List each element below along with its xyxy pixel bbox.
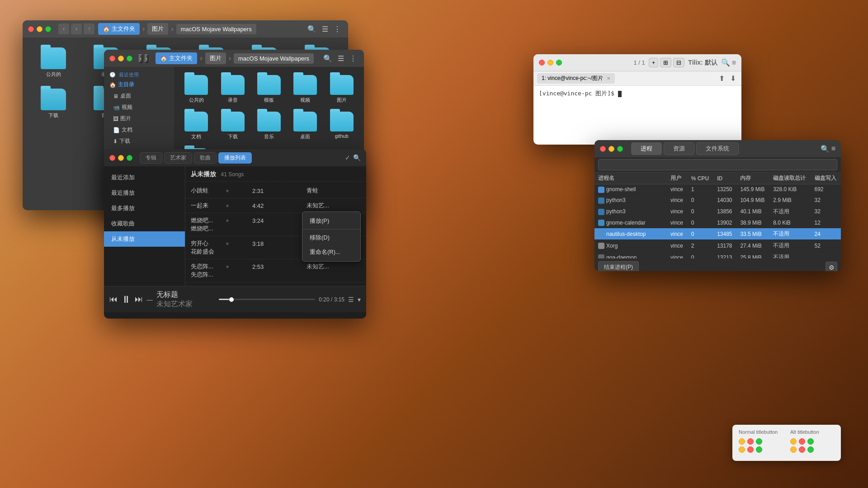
- progress-thumb[interactable]: [229, 297, 234, 302]
- up-button-bg[interactable]: ↑: [84, 23, 94, 34]
- track-row-6[interactable]: 爱的城堡 ★ 3:07 未知艺... 超级喜欢: [185, 282, 366, 286]
- maximize-button-music[interactable]: [127, 155, 132, 161]
- tb-alt-yellow-2[interactable]: [790, 446, 797, 453]
- tb-red-2[interactable]: [747, 446, 754, 453]
- col-diskr[interactable]: 磁盘读取总计: [769, 173, 811, 184]
- col-cpu[interactable]: % CPU: [688, 173, 713, 184]
- tab-playlist[interactable]: 播放列表: [218, 152, 252, 164]
- traffic-lights-fg[interactable]: [109, 56, 132, 61]
- close-button-bg[interactable]: [28, 26, 34, 32]
- prev-button[interactable]: ⏮: [109, 295, 118, 304]
- menu-icon-terminal[interactable]: ≡: [732, 59, 736, 67]
- tab-close-icon[interactable]: ✕: [607, 76, 610, 81]
- sidebar-recently-played[interactable]: 最近播放: [104, 185, 185, 201]
- tb-yellow-1[interactable]: [739, 438, 745, 445]
- progress-bar[interactable]: [219, 299, 315, 300]
- sidebar-item-home[interactable]: 🏠 主目录: [104, 79, 174, 90]
- ctx-rename[interactable]: 重命名(R)...: [302, 245, 360, 259]
- proc-row-python3-2[interactable]: python3 vince01385640.1 MiB不适用32: [594, 206, 841, 217]
- proc-row-gnomeshell[interactable]: gnome-shell vince113250145.9 MiB328.0 Ki…: [594, 184, 841, 195]
- tab-album[interactable]: 专辑: [140, 152, 162, 164]
- folder-dl-fg[interactable]: 下载: [216, 109, 249, 143]
- col-diskw[interactable]: 磁盘写入: [811, 173, 841, 184]
- proc-row-nautilus[interactable]: nautilus-desktop vince01348533.5 MiB不适用2…: [594, 228, 841, 240]
- traffic-lights-sysmon[interactable]: [600, 146, 623, 152]
- tab-filesystem[interactable]: 文件系统: [696, 142, 739, 155]
- tab-song[interactable]: 歌曲: [194, 152, 217, 164]
- col-id[interactable]: ID: [713, 173, 736, 184]
- breadcrumb-home-bg[interactable]: 🏠 主文件夹: [98, 23, 140, 35]
- breadcrumb-pics-fg[interactable]: 图片: [205, 52, 226, 64]
- play-pause-button[interactable]: ⏸: [121, 294, 131, 305]
- folder-public-bg[interactable]: 公共的: [30, 45, 77, 80]
- ctx-remove[interactable]: 移除(D): [302, 230, 360, 245]
- sidebar-recent-label[interactable]: 最近使用: [119, 72, 139, 77]
- split-h-button[interactable]: ⊞: [660, 58, 671, 67]
- col-user[interactable]: 用户: [667, 173, 688, 184]
- check-icon-music[interactable]: ✓: [345, 154, 350, 161]
- forward-button-bg[interactable]: ›: [71, 23, 82, 34]
- menu-icon-fg[interactable]: ⋮: [348, 52, 359, 65]
- split-v-button[interactable]: ⊟: [673, 58, 684, 67]
- menu-icon-sysmon[interactable]: ≡: [831, 145, 835, 153]
- back-button-bg[interactable]: ‹: [58, 23, 69, 34]
- breadcrumb-wallpapers-fg[interactable]: macOS Mojave Wallpapers: [234, 53, 314, 64]
- folder-github-fg[interactable]: github: [325, 109, 359, 143]
- proc-row-gnomecalendar[interactable]: gnome-calendar vince01390238.9 MiB8.0 Ki…: [594, 217, 841, 228]
- search-icon-music[interactable]: 🔍: [353, 154, 361, 161]
- list-view-button[interactable]: ☰: [348, 296, 354, 303]
- volume-button[interactable]: —: [146, 296, 153, 303]
- sidebar-favorites[interactable]: 收藏歌曲: [104, 216, 185, 231]
- traffic-lights-music[interactable]: [109, 155, 132, 161]
- tb-yellow-2[interactable]: [739, 446, 745, 453]
- folder-public-fg[interactable]: 公共的: [179, 72, 213, 106]
- sidebar-item-dl[interactable]: ⬇ 下载: [104, 136, 174, 147]
- proc-row-xorg[interactable]: Xorg vince21317827.4 MiB不适用52: [594, 240, 841, 252]
- maximize-button-fg[interactable]: [127, 56, 132, 61]
- more-button[interactable]: ▾: [358, 296, 361, 303]
- back-button-fg[interactable]: ‹: [139, 54, 142, 63]
- folder-desktop-fg[interactable]: 桌面: [288, 109, 322, 143]
- tb-green-2[interactable]: [756, 446, 762, 453]
- minimize-button-sysmon[interactable]: [609, 146, 614, 152]
- ctx-play[interactable]: 播放(P): [302, 214, 360, 228]
- tab-processes[interactable]: 进程: [631, 142, 662, 155]
- sysmon-search-input[interactable]: [598, 159, 837, 170]
- minimize-button-bg[interactable]: [37, 26, 42, 32]
- proc-row-goadaemon[interactable]: goa-daemon vince01321325.8 MiB不适用: [594, 252, 841, 258]
- next-button[interactable]: ⏭: [135, 295, 143, 304]
- breadcrumb-home-fg[interactable]: 🏠 主文件夹: [156, 52, 197, 64]
- minimize-button-fg[interactable]: [118, 56, 124, 61]
- new-tab-button[interactable]: +: [649, 58, 659, 67]
- sidebar-item-pic[interactable]: 🖼 图片: [104, 113, 174, 124]
- breadcrumb-wallpapers-bg[interactable]: macOS Mojave Wallpapers: [176, 24, 256, 34]
- close-button-sysmon[interactable]: [600, 146, 606, 152]
- tb-alt-green-2[interactable]: [807, 446, 814, 453]
- tb-alt-red-2[interactable]: [799, 446, 805, 453]
- folder-pic-fg[interactable]: 图片: [325, 72, 359, 106]
- col-mem[interactable]: 内存: [736, 173, 769, 184]
- folder-doc-fg[interactable]: 文档: [179, 109, 213, 143]
- maximize-button-terminal[interactable]: [556, 60, 562, 66]
- tb-green-1[interactable]: [756, 438, 762, 445]
- kill-process-button[interactable]: 结束进程(P): [598, 261, 639, 271]
- menu-icon-bg[interactable]: ⋮: [332, 23, 343, 35]
- traffic-lights-bg[interactable]: [28, 26, 51, 32]
- proc-row-python3-1[interactable]: python3 vince014030104.9 MiB2.9 MiB32: [594, 195, 841, 206]
- folder-record-fg[interactable]: 录音: [216, 72, 249, 106]
- sidebar-item-video[interactable]: 📹 视频: [104, 102, 174, 113]
- search-icon-bg[interactable]: 🔍: [306, 23, 318, 35]
- col-procname[interactable]: 进程名: [594, 173, 667, 184]
- folder-template-fg[interactable]: 模板: [252, 72, 286, 106]
- minimize-button-music[interactable]: [118, 155, 124, 161]
- minimize-button-terminal[interactable]: [547, 60, 553, 66]
- folder-dl-bg[interactable]: 下载: [30, 86, 77, 122]
- forward-button-fg[interactable]: ›: [145, 54, 148, 63]
- close-button-music[interactable]: [109, 155, 115, 161]
- tab-artist[interactable]: 艺术家: [164, 152, 192, 164]
- tab-resources[interactable]: 资源: [664, 142, 694, 155]
- sidebar-never-played[interactable]: 从未播放: [104, 231, 185, 247]
- search-icon-sysmon[interactable]: 🔍: [821, 145, 830, 153]
- terminal-body[interactable]: [vince@vince-pc 图片]$: [533, 86, 741, 140]
- sidebar-most-played[interactable]: 最多播放: [104, 201, 185, 216]
